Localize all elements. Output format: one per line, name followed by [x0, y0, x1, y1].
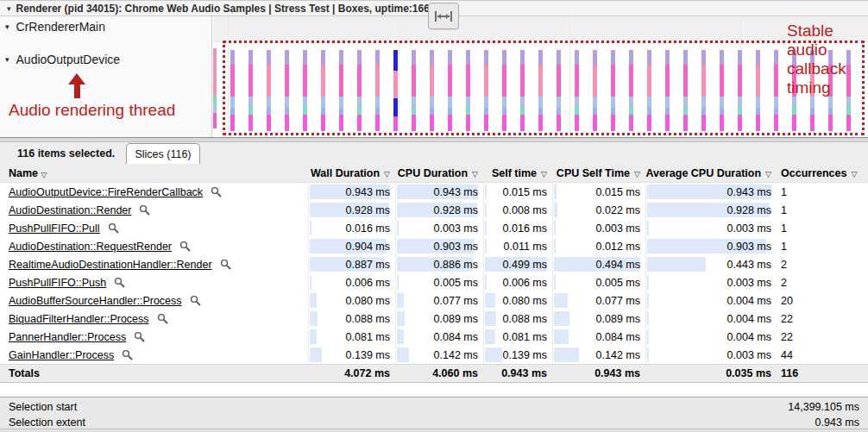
table-row[interactable]: AudioDestination::RequestRender0.904 ms0… [0, 237, 868, 255]
value-cell-cpu_self: 0.003 ms [552, 219, 645, 237]
value-bar [647, 293, 649, 308]
magnifier-icon[interactable] [114, 277, 125, 288]
slice-name-link[interactable]: AudioOutputDevice::FireRenderCallback [9, 186, 203, 198]
magnifier-icon[interactable] [220, 259, 231, 270]
sort-icon[interactable]: ▽ [472, 170, 478, 178]
selection-extent-row: Selection extent0.943 ms [0, 415, 868, 430]
value-cell-avg_cpu: 0.003 ms [645, 219, 777, 237]
value-bar [554, 311, 569, 326]
value-cell-self: 0.006 ms [483, 273, 552, 291]
crrenderermain-track[interactable] [213, 16, 868, 42]
table-row[interactable]: AudioDestination::Render0.928 ms0.928 ms… [0, 201, 868, 219]
thread-name-label: CrRendererMain [16, 20, 105, 34]
tab-slices[interactable]: Slices (116) [126, 143, 200, 164]
sort-icon[interactable]: ▽ [41, 171, 47, 179]
value-cell-occ: 20 [777, 291, 868, 310]
sort-icon[interactable]: ▽ [541, 170, 547, 178]
column-header-wall-duration[interactable]: Wall Duration▽ [308, 167, 395, 179]
table-row[interactable]: AudioOutputDevice::FireRenderCallback0.9… [0, 183, 868, 201]
value-bar [554, 203, 557, 217]
value-cell-cpu_self: 0.494 ms [552, 255, 645, 273]
magnifier-icon[interactable] [157, 313, 168, 324]
magnifier-icon[interactable] [134, 331, 145, 342]
value-bar [485, 347, 502, 362]
value-cell-cpu_self: 0.012 ms [552, 237, 645, 255]
slice-name-link[interactable]: AudioDestination::RequestRender [9, 241, 172, 253]
slice-name-link[interactable]: BiquadFilterHandler::Process [9, 313, 149, 325]
collapse-arrow-icon[interactable]: ▾ [7, 4, 11, 13]
selection-info-panel: Selection start14,399.105 msSelection ex… [0, 397, 868, 429]
sort-icon[interactable]: ▽ [851, 170, 857, 178]
table-row[interactable]: PushPullFIFO::Pull0.016 ms0.003 ms0.016 … [0, 219, 868, 237]
value-cell-cpu: 0.886 ms [395, 255, 483, 273]
sort-icon[interactable]: ▽ [384, 170, 390, 178]
column-header-average-cpu-duration[interactable]: Average CPU Duration▽ [645, 167, 777, 179]
value-cell-self: 0.943 ms [483, 365, 552, 383]
value-cell-wall: 0.081 ms [308, 328, 395, 346]
trace-track-area[interactable]: Stable audio callback timing [213, 16, 868, 137]
value-cell-occ: 2 [777, 255, 868, 273]
value-bar [485, 221, 487, 235]
value-cell-self: 0.139 ms [483, 346, 552, 364]
value-cell-wall: 0.887 ms [308, 255, 395, 273]
slice-name-cell: Totals [0, 367, 308, 379]
value-cell-occ: 1 [777, 183, 868, 201]
value-cell-avg_cpu: 0.903 ms [645, 237, 777, 255]
value-bar [554, 239, 556, 254]
value-cell-self: 0.080 ms [483, 291, 552, 310]
annotation-stable-audio-callback-timing: Stable audio callback timing [787, 22, 868, 97]
magnifier-icon[interactable] [108, 222, 119, 234]
thread-row-crrenderermain[interactable]: ▾ CrRendererMain [5, 20, 105, 34]
timing-select-tool-button[interactable] [428, 3, 459, 29]
slice-name-link[interactable]: RealtimeAudioDestinationHandler::Render [9, 259, 212, 271]
table-row[interactable]: GainHandler::Process0.139 ms0.142 ms0.13… [0, 346, 868, 364]
value-cell-avg_cpu: 0.943 ms [645, 183, 777, 201]
selection-start-row: Selection start14,399.105 ms [0, 399, 868, 415]
table-row[interactable]: BiquadFilterHandler::Process0.088 ms0.08… [0, 310, 868, 328]
value-bar [554, 185, 557, 199]
column-header-name[interactable]: Name ▽ [0, 167, 308, 179]
slice-name-link[interactable]: AudioBufferSourceHandler::Process [9, 295, 182, 307]
value-cell-cpu: 0.089 ms [395, 310, 483, 328]
column-header-cpu-duration[interactable]: CPU Duration▽ [395, 167, 483, 179]
value-cell-occ: 116 [777, 365, 868, 383]
trace-slice-bar[interactable] [213, 48, 217, 128]
value-cell-cpu: 0.142 ms [395, 346, 483, 364]
slice-table: Name ▽ Wall Duration▽ CPU Duration▽ Self… [0, 164, 868, 383]
thread-collapse-icon[interactable]: ▾ [5, 22, 9, 31]
analysis-tab-bar: 116 items selected. Slices (116) [0, 142, 868, 164]
magnifier-icon[interactable] [139, 204, 150, 216]
magnifier-icon[interactable] [211, 186, 222, 197]
value-cell-occ: 1 [777, 237, 868, 255]
slice-name-cell: PushPullFIFO::Pull [0, 222, 308, 235]
thread-collapse-icon[interactable]: ▾ [5, 55, 9, 64]
slice-name-link[interactable]: GainHandler::Process [9, 349, 114, 361]
column-header-occurrences[interactable]: Occurrences▽ [777, 167, 868, 179]
table-row[interactable]: PushPullFIFO::Push0.006 ms0.005 ms0.006 … [0, 273, 868, 291]
selection-marquee [223, 41, 865, 135]
annotation-audio-rendering-thread: Audio rendering thread [9, 101, 175, 120]
magnifier-icon[interactable] [190, 295, 201, 306]
column-header-cpu-self-time[interactable]: CPU Self Time▽ [552, 167, 645, 179]
table-row[interactable]: PannerHandler::Process0.081 ms0.084 ms0.… [0, 328, 868, 346]
slice-name-link[interactable]: PannerHandler::Process [9, 331, 126, 343]
slice-name-link[interactable]: PushPullFIFO::Pull [9, 222, 100, 235]
slice-name-link[interactable]: PushPullFIFO::Push [9, 277, 106, 289]
magnifier-icon[interactable] [179, 241, 191, 252]
magnifier-icon[interactable] [122, 349, 133, 360]
thread-row-audiooutputdevice[interactable]: ▾ AudioOutputDevice [5, 53, 120, 66]
sort-icon[interactable]: ▽ [634, 170, 640, 178]
value-cell-self: 0.011 ms [483, 237, 552, 255]
slice-name-link[interactable]: AudioDestination::Render [9, 204, 131, 216]
slice-name-cell: BiquadFilterHandler::Process [0, 313, 308, 325]
value-bar [310, 311, 318, 326]
column-header-self-time[interactable]: Self time▽ [483, 167, 552, 179]
sort-icon[interactable]: ▽ [765, 170, 771, 178]
table-row[interactable]: RealtimeAudioDestinationHandler::Render0… [0, 255, 868, 273]
value-bar [485, 203, 487, 217]
value-cell-wall: 0.080 ms [308, 291, 395, 310]
value-bar [310, 275, 311, 290]
value-cell-avg_cpu: 0.443 ms [645, 255, 777, 273]
selection-label: Selection start [9, 401, 77, 413]
table-row[interactable]: AudioBufferSourceHandler::Process0.080 m… [0, 291, 868, 310]
